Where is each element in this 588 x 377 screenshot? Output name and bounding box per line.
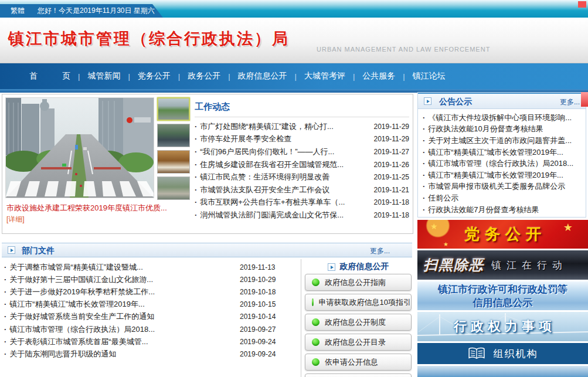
floating-widget-fragment bbox=[581, 92, 588, 107]
gov-info-button[interactable]: 政府信息公开制度 bbox=[305, 314, 412, 331]
doc-item-link[interactable]: 镇江市“精美镇江”城市长效管理2019年... bbox=[4, 299, 240, 310]
green-dot-icon bbox=[312, 358, 320, 366]
banner-credit-info[interactable]: 镇江市行政许可和行政处罚等 信用信息公示 bbox=[417, 281, 588, 310]
doc-item: 关于表彰镇江市城管系统首届“最美城管... 2019-09-24 bbox=[4, 335, 296, 348]
doc-item-date: 2019-10-14 bbox=[240, 313, 296, 321]
section-arrow-icon bbox=[8, 246, 15, 254]
notice-item: 镇江市“精美镇江”城市长效管理2019年... bbox=[423, 169, 581, 181]
news-item-date: 2019-11-21 bbox=[374, 186, 410, 194]
carousel-detail-link[interactable]: [详细] bbox=[6, 215, 25, 225]
news-item: 润州城管执法部门圆满完成金山文化节保... 2019-11-18 bbox=[195, 209, 409, 222]
notice-item: 镇江市“精美镇江”城市长效管理2019年... bbox=[423, 147, 581, 158]
nav-item[interactable]: 政务公开 bbox=[171, 71, 220, 81]
nav-item[interactable]: 首 页 bbox=[29, 71, 70, 81]
green-dot-icon bbox=[312, 338, 320, 346]
carousel-thumbnail[interactable] bbox=[157, 150, 190, 174]
gov-info-button[interactable]: 申请获取政府信息10项指引 bbox=[305, 294, 412, 311]
news-item-link[interactable]: 市停车处开展冬季安全检查 bbox=[195, 134, 369, 144]
notices-panel: 公告公示 更多... 《镇江市大件垃圾拆解中心项目环境影响... 行政执法效能1… bbox=[417, 92, 586, 218]
notices-title: 公告公示 bbox=[439, 97, 472, 107]
notice-item-link[interactable]: 镇江市“精美镇江”城市长效管理2019年... bbox=[423, 147, 581, 158]
dept-docs-more-link[interactable]: 更多... bbox=[370, 246, 390, 256]
banner-admin-power[interactable]: 行政权力事项 bbox=[417, 312, 588, 341]
notice-item: 行政执法效能7月份督查考核结果 bbox=[423, 204, 581, 216]
news-item-link[interactable]: “我们96户居民向你们敬礼！”——人行... bbox=[195, 147, 369, 157]
nav-item[interactable]: 党务公开 bbox=[120, 71, 170, 81]
doc-item: 关于做好第十三届中国镇江金山文化旅游... 2019-10-29 bbox=[4, 273, 296, 286]
work-news-section: 工作动态 市广灯处围绕“精美镇江”建设，精心打... 2019-11-29 市停… bbox=[195, 101, 409, 222]
banner-sweep-evil-label: 扫黑除恶 bbox=[423, 256, 484, 274]
nav-item[interactable]: 政府信息公开 bbox=[220, 71, 287, 81]
star-icon: ★ bbox=[443, 241, 448, 247]
notice-item-link[interactable]: 任前公示 bbox=[423, 193, 581, 203]
nav-item[interactable]: 大城管考评 bbox=[287, 71, 345, 81]
banner-sweep-evil[interactable]: 扫黑除恶 镇江在行动 bbox=[417, 250, 588, 280]
notice-item-link[interactable]: 镇江市“精美镇江”城市长效管理2019年... bbox=[423, 170, 581, 181]
work-news-title: 工作动态 bbox=[195, 101, 409, 117]
nav-item[interactable]: 镇江论坛 bbox=[395, 71, 445, 81]
greeting-date-text: 您好！今天是2019年11月30日 星期六 bbox=[38, 4, 155, 18]
banner-organization-label: 组织机构 bbox=[494, 347, 538, 361]
gov-info-button[interactable]: 政府信息公开指南 bbox=[305, 274, 412, 291]
gov-info-section: 政府信息公开 政府信息公开指南 申请获取政府信息10项指引 政府信息公开制度 bbox=[304, 260, 413, 377]
news-item: 镇江市民点赞：生活环境得到明显改善 2019-11-25 bbox=[195, 171, 409, 184]
banner-organization[interactable]: 组织机构 bbox=[417, 343, 588, 364]
news-item-link[interactable]: 我市互联网+公共自行车+有桩共享单车（... bbox=[195, 197, 369, 208]
news-item-date: 2019-11-25 bbox=[374, 173, 410, 181]
doc-item-link[interactable]: 关于做好城管系统当前安全生产工作的通知 bbox=[4, 311, 240, 322]
news-item-date: 2019-11-29 bbox=[374, 123, 410, 131]
notice-item: 市城管局申报市级机关工委服务品牌公示 bbox=[423, 181, 581, 193]
news-item-link[interactable]: 镇江市民点赞：生活环境得到明显改善 bbox=[195, 172, 369, 182]
doc-item-link[interactable]: 关于进一步做好2019年秋季秸秆禁烧工作... bbox=[4, 287, 240, 297]
notices-more-link[interactable]: 更多... bbox=[560, 97, 580, 107]
news-item: 我市互联网+公共自行车+有桩共享单车（... 2019-11-18 bbox=[195, 196, 409, 209]
doc-item-date: 2019-10-29 bbox=[240, 276, 296, 284]
traditional-chinese-link[interactable]: 繁體 bbox=[11, 4, 25, 18]
notices-header: 公告公示 更多... bbox=[418, 93, 586, 109]
photo-carousel: 市政设施处承建工程荣获2019年度镇江市优质... [详细] bbox=[5, 97, 192, 231]
gov-info-button[interactable] bbox=[305, 373, 412, 377]
nav-item[interactable]: 城管新闻 bbox=[70, 71, 120, 81]
carousel-caption-link[interactable]: 市政设施处承建工程荣获2019年度镇江市优质... bbox=[6, 203, 192, 213]
gov-info-title: 政府信息公开 bbox=[340, 261, 389, 272]
doc-item-link[interactable]: 关于做好第十三届中国镇江金山文化旅游... bbox=[4, 274, 240, 285]
news-item-link[interactable]: 市城管执法支队召开安全生产工作会议 bbox=[195, 185, 369, 195]
notice-item-link[interactable]: 行政执法效能10月份督查考核结果 bbox=[423, 124, 581, 134]
doc-item-link[interactable]: 镇江市城市管理（综合行政执法）局2018... bbox=[4, 324, 240, 335]
carousel-thumbnail[interactable] bbox=[157, 97, 190, 121]
doc-item: 关于陆东潮同志晋升职级的通知 2019-09-24 bbox=[4, 348, 296, 360]
doc-item-date: 2019-10-18 bbox=[240, 288, 296, 296]
doc-item-link[interactable]: 关于表彰镇江市城管系统首届“最美城管... bbox=[4, 337, 240, 347]
work-news-list: 市广灯处围绕“精美镇江”建设，精心打... 2019-11-29 市停车处开展冬… bbox=[195, 120, 409, 222]
gov-info-button-label: 政府信息公开指南 bbox=[325, 277, 386, 288]
news-item-link[interactable]: 住房城乡建设部在我省召开全国城管规范... bbox=[195, 159, 369, 170]
green-dot-icon bbox=[312, 298, 314, 306]
news-item: “我们96户居民向你们敬礼！”——人行... 2019-11-27 bbox=[195, 145, 409, 158]
doc-item-link[interactable]: 关于调整市城管局“精美镇江”建设暨城... bbox=[4, 262, 240, 273]
doc-item: 关于调整市城管局“精美镇江”建设暨城... 2019-11-13 bbox=[4, 261, 296, 273]
notice-item-link[interactable]: 关于对主城区主次干道的市政问题窨井盖... bbox=[423, 135, 581, 146]
news-item-date: 2019-11-27 bbox=[374, 148, 410, 156]
notice-item: 镇江市城市管理（综合行政执法）局2018... bbox=[423, 158, 581, 169]
doc-item-date: 2019-09-24 bbox=[240, 350, 296, 358]
banner-party-affairs[interactable]: ★ ★ ★ 党务公开 bbox=[417, 220, 588, 249]
carousel-main-photo[interactable] bbox=[5, 97, 154, 198]
news-item-link[interactable]: 市广灯处围绕“精美镇江”建设，精心打... bbox=[195, 121, 369, 132]
nav-item[interactable]: 公共服务 bbox=[345, 71, 395, 81]
carousel-thumbnail[interactable] bbox=[157, 176, 190, 200]
news-item: 市城管执法支队召开安全生产工作会议 2019-11-21 bbox=[195, 184, 409, 196]
notice-item-link[interactable]: 市城管局申报市级机关工委服务品牌公示 bbox=[423, 181, 581, 192]
carousel-thumbnail[interactable] bbox=[157, 124, 190, 147]
notice-item-link[interactable]: 行政执法效能7月份督查考核结果 bbox=[423, 205, 581, 215]
notice-item: 任前公示 bbox=[423, 192, 581, 204]
gov-info-button[interactable]: 政府信息公开目录 bbox=[305, 334, 412, 351]
banner-partial-next[interactable] bbox=[417, 366, 588, 377]
notice-item-link[interactable]: 镇江市城市管理（综合行政执法）局2018... bbox=[423, 158, 581, 169]
gov-info-button[interactable]: 依申请公开信息 bbox=[305, 354, 412, 371]
notice-item-link[interactable]: 《镇江市大件垃圾拆解中心项目环境影响... bbox=[423, 113, 581, 123]
news-item-link[interactable]: 润州城管执法部门圆满完成金山文化节保... bbox=[195, 210, 369, 220]
doc-item-link[interactable]: 关于陆东潮同志晋升职级的通知 bbox=[4, 349, 240, 359]
page: 繁體 您好！今天是2019年11月30日 星期六 镇江市城市管理（综合行政执法）… bbox=[0, 0, 588, 377]
banner-credit-line2: 信用信息公示 bbox=[473, 296, 533, 310]
dept-docs-list: 关于调整市城管局“精美镇江”建设暨城... 2019-11-13 关于做好第十三… bbox=[2, 259, 301, 377]
